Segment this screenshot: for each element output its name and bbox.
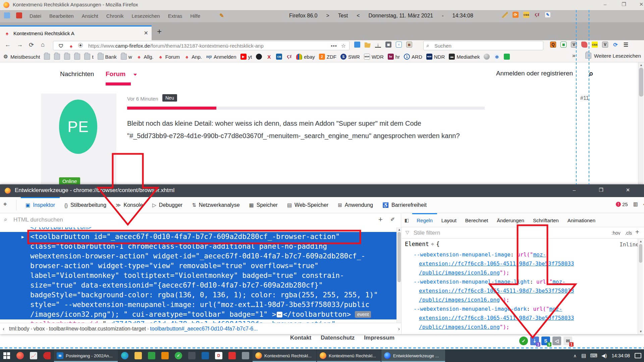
sidebar-tab-schriftarten[interactable]: Schriftarten bbox=[529, 213, 563, 227]
bookmark-item[interactable]: 2ZDF bbox=[319, 54, 336, 60]
footer-link[interactable]: Impressum bbox=[364, 335, 394, 341]
tray-s-icon[interactable]: S5 bbox=[541, 337, 550, 345]
scrollbar-thumb[interactable] bbox=[639, 68, 643, 97]
rules-scrollbar[interactable]: ▲ ▼ bbox=[638, 239, 643, 334]
bookmark-item[interactable]: ♠Anp. bbox=[184, 54, 202, 60]
bookmark-item[interactable]: ▬Mediathek bbox=[449, 54, 480, 60]
markup-scrollbar[interactable]: ▲ bbox=[396, 227, 401, 323]
session-restore-icon[interactable]: ⟳ bbox=[513, 12, 519, 18]
bookmark-item[interactable]: ebay bbox=[296, 54, 315, 60]
reload-button[interactable]: ⟳ bbox=[29, 41, 34, 49]
bookmark-item[interactable]: ▶yt bbox=[240, 54, 252, 60]
tray-speaker-icon[interactable]: ◁ bbox=[552, 337, 561, 345]
signin-link[interactable]: Anmelden oder registrieren bbox=[496, 70, 573, 77]
calendar-icon[interactable] bbox=[16, 12, 22, 18]
bookmark-item[interactable] bbox=[504, 54, 510, 60]
bookmark-item[interactable]: wpAnmelden bbox=[206, 54, 236, 60]
taskbar-app-phone[interactable] bbox=[185, 349, 199, 362]
search-addon-icon[interactable]: Q bbox=[550, 42, 556, 48]
scrollbar-thumb[interactable] bbox=[639, 244, 642, 263]
bookmark-item[interactable] bbox=[256, 54, 262, 60]
bookmark-item[interactable]: hrhr bbox=[388, 54, 400, 60]
media-icon[interactable]: ▦ bbox=[385, 42, 391, 48]
footer-link[interactable]: Kontakt bbox=[290, 335, 311, 341]
error-count-badge[interactable]: !25 bbox=[616, 201, 628, 207]
taskbar-app-edge[interactable] bbox=[118, 349, 131, 362]
devtools-tab-debugger[interactable]: ▷Debugger bbox=[148, 197, 187, 213]
url-text[interactable]: https://www.camp-firefox.de/forum/thema/… bbox=[88, 43, 323, 49]
permissions-icon[interactable]: ⏺ bbox=[78, 43, 83, 48]
taskbar-clock[interactable]: 14:34:08 bbox=[612, 353, 630, 358]
taskbar-app-brush[interactable] bbox=[239, 349, 252, 362]
sidebar-tab-animationen[interactable]: Animationen bbox=[563, 213, 600, 227]
home-button[interactable]: ⌂ bbox=[41, 41, 45, 48]
blue-folder-icon[interactable] bbox=[354, 42, 360, 48]
avatar[interactable]: PE bbox=[59, 100, 97, 154]
bookmark-item[interactable]: NDRNDR bbox=[426, 54, 445, 60]
tray-check-icon[interactable]: ✓ bbox=[519, 337, 528, 345]
cliqz-icon[interactable]: Çf bbox=[534, 12, 540, 18]
add-node-button[interactable]: + bbox=[378, 215, 383, 224]
v-addon-icon[interactable]: V bbox=[602, 42, 608, 48]
list-icon[interactable]: ≡ bbox=[396, 42, 402, 48]
rule-declarations[interactable]: --webextension-menupanel-image: url("moz… bbox=[401, 250, 636, 331]
taskbar-window-button[interactable]: Entwicklerwerkzeuge ... bbox=[381, 349, 445, 362]
sidebar-tab-layout[interactable]: Layout bbox=[437, 213, 461, 227]
broom-icon[interactable] bbox=[502, 12, 508, 18]
breadcrumb-item[interactable]: vbox bbox=[34, 326, 45, 332]
sidebar-toggle-icon[interactable]: ◧ bbox=[401, 218, 412, 223]
markup-view[interactable]: </toolbarbutton> <toolbarbutton id="_aec… bbox=[0, 227, 401, 323]
shield-icon[interactable]: 🛡 bbox=[58, 43, 64, 49]
sidebar-tab-änderungen[interactable]: Änderungen bbox=[492, 213, 529, 227]
start-button[interactable] bbox=[0, 349, 13, 362]
bookmark-item[interactable]: ♠Forum bbox=[158, 54, 180, 60]
devtools-tab-inspektor[interactable]: ▣Inspektor bbox=[21, 197, 60, 213]
tray-volume-icon[interactable]: ◀) bbox=[601, 353, 607, 359]
bookmark-item[interactable]: ⊕ bbox=[494, 54, 500, 60]
sync-icon[interactable]: ⟳ bbox=[612, 42, 619, 48]
violentmonkey-icon[interactable]: V bbox=[571, 42, 577, 48]
back-button[interactable]: ← bbox=[5, 41, 11, 48]
tray-network-icon[interactable]: ⌨ bbox=[590, 353, 597, 359]
bookmark-item[interactable] bbox=[54, 54, 60, 60]
bookmark-item[interactable]: w bbox=[121, 54, 132, 60]
bookmark-item[interactable] bbox=[74, 54, 80, 60]
add-rule-button[interactable]: + bbox=[635, 228, 639, 236]
devtools-minimize-button[interactable]: – bbox=[568, 187, 581, 193]
open-folder-icon[interactable] bbox=[365, 42, 371, 48]
hamburger-menu-icon[interactable]: ☰ bbox=[623, 42, 629, 48]
scroll-addon-icon[interactable] bbox=[581, 42, 587, 48]
taskbar-window-button[interactable]: ✉Posteingang - 2002An... bbox=[54, 349, 118, 362]
url-bar[interactable]: 🛡 ♠ ⏺ https://www.camp-firefox.de/forum/… bbox=[53, 41, 350, 50]
breadcrumb-back-icon[interactable]: ‹ bbox=[3, 326, 4, 331]
post-number[interactable]: #11 bbox=[580, 95, 589, 101]
forward-button[interactable]: → bbox=[17, 41, 23, 48]
nav-nachrichten[interactable]: Nachrichten bbox=[60, 70, 94, 78]
devtools-tab-anwendung[interactable]: ⊞Anwendung bbox=[333, 197, 378, 213]
table-addon-icon[interactable]: ▦ bbox=[560, 42, 567, 48]
bookmark-item[interactable]: ⚙Meistbesucht bbox=[3, 54, 40, 60]
bookmark-item[interactable] bbox=[64, 54, 70, 60]
bookmark-item[interactable]: ♠Allg. bbox=[136, 54, 154, 60]
devtools-tab-netzwerkanalyse[interactable]: ⇅Netzwerkanalyse bbox=[187, 197, 244, 213]
taskbar-app-monitor[interactable] bbox=[225, 349, 239, 362]
minimize-button[interactable]: – bbox=[598, 1, 612, 9]
search-bar[interactable]: ⌕ Suchen bbox=[423, 41, 543, 50]
tray-expand-icon[interactable]: ∧ bbox=[574, 353, 577, 358]
footer-link[interactable]: Datenschutz bbox=[321, 335, 355, 341]
taskbar-app-book[interactable] bbox=[199, 349, 212, 362]
menu-extras[interactable]: Extras bbox=[168, 13, 182, 19]
more-bookmarks[interactable]: Weitere Lesezeichen bbox=[585, 53, 641, 59]
menu-chronik[interactable]: Chronik bbox=[106, 13, 124, 19]
forum-search-icon[interactable]: ⌕ bbox=[589, 68, 594, 79]
taskbar-app-explorer[interactable] bbox=[131, 349, 145, 362]
menu-ansicht[interactable]: Ansicht bbox=[82, 13, 98, 19]
bookmark-item[interactable]: CB bbox=[276, 54, 282, 60]
bookmark-item[interactable]: X bbox=[266, 54, 272, 60]
tray-page-icon[interactable]: ▤ bbox=[581, 353, 586, 359]
bookmark-item[interactable]: SSWR bbox=[340, 54, 360, 60]
tab-close-icon[interactable]: ✕ bbox=[144, 30, 148, 36]
devtools-tab-speicher[interactable]: ▦Speicher bbox=[245, 197, 282, 213]
devtools-maximize-button[interactable]: ❐ bbox=[594, 187, 608, 193]
post-timestamp[interactable]: Vor 6 Minuten bbox=[127, 96, 158, 102]
